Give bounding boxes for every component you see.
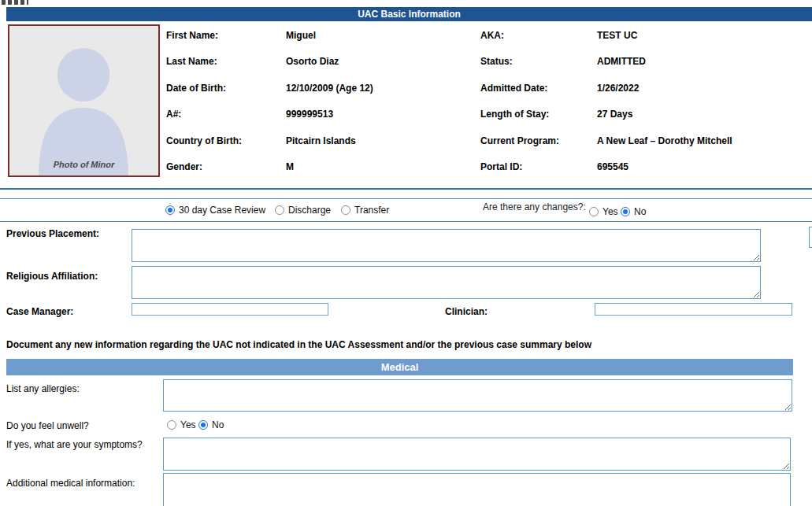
radio-label: No xyxy=(634,206,646,217)
field-first-name: First Name: Miguel xyxy=(166,26,475,52)
radio-label: Transfer xyxy=(354,205,389,216)
basic-info-header: UAC Basic Information xyxy=(6,7,812,21)
field-value: 999999513 xyxy=(286,109,333,131)
basic-info-right-column: AKA: TEST UC Status: ADMITTED Admitted D… xyxy=(480,26,812,183)
field-label: First Name: xyxy=(166,30,286,52)
radio-label: No xyxy=(212,419,224,430)
medical-section-header: Medical xyxy=(6,359,793,375)
radio-button[interactable] xyxy=(589,207,599,216)
basic-info-title: UAC Basic Information xyxy=(358,9,461,20)
radio-label: Yes xyxy=(603,206,618,217)
symptoms-textarea[interactable] xyxy=(163,438,791,471)
clinician-input[interactable] xyxy=(595,303,792,316)
case-manager-label: Case Manager: xyxy=(6,306,73,317)
field-portal-id: Portal ID: 695545 xyxy=(480,157,812,183)
edge-field-sliver xyxy=(809,227,812,248)
field-label: Length of Stay: xyxy=(480,109,597,131)
uac-case-review-page: UAC Basic Information Photo of Minor Fir… xyxy=(0,0,812,506)
field-value: 12/10/2009 (Age 12) xyxy=(286,83,373,105)
radio-unwell-yes[interactable]: Yes xyxy=(167,419,196,430)
case-manager-input[interactable] xyxy=(132,303,328,316)
field-last-name: Last Name: Osorto Diaz xyxy=(166,52,475,78)
field-date-of-birth: Date of Birth: 12/10/2009 (Age 12) xyxy=(166,79,475,105)
radio-changes-no[interactable]: No xyxy=(621,206,646,217)
field-current-program: Current Program: A New Leaf – Dorothy Mi… xyxy=(480,131,812,157)
radio-button[interactable] xyxy=(621,207,630,216)
field-value: Osorto Diaz xyxy=(286,56,339,78)
radio-button[interactable] xyxy=(275,205,284,215)
additional-medical-label: Additional medical information: xyxy=(6,478,135,489)
radio-transfer[interactable]: Transfer xyxy=(341,205,389,216)
previous-placement-label: Previous Placement: xyxy=(6,228,99,239)
photo-caption: Photo of Minor xyxy=(9,160,158,169)
divider xyxy=(0,188,812,190)
radio-button[interactable] xyxy=(198,420,208,430)
field-label: Last Name: xyxy=(166,56,286,78)
radio-button[interactable] xyxy=(165,205,175,215)
allergies-label: List any allergies: xyxy=(6,383,80,394)
previous-placement-textarea[interactable] xyxy=(132,229,761,262)
field-value: Miguel xyxy=(286,30,316,52)
divider xyxy=(0,221,812,222)
divider xyxy=(0,198,812,199)
additional-medical-textarea[interactable] xyxy=(163,473,791,506)
field-label: Portal ID: xyxy=(480,161,597,183)
changes-question-label: Are there any changes?: xyxy=(483,201,586,212)
field-label: Gender: xyxy=(166,161,286,183)
field-admitted-date: Admitted Date: 1/26/2022 xyxy=(480,79,812,105)
religious-affiliation-label: Religious Affiliation: xyxy=(6,271,98,282)
radio-unwell-no[interactable]: No xyxy=(198,419,224,430)
field-value: TEST UC xyxy=(597,30,637,52)
field-label: Status: xyxy=(480,56,597,78)
field-value: M xyxy=(286,161,294,183)
field-value: ADMITTED xyxy=(597,56,646,78)
unwell-label: Do you feel unwell? xyxy=(6,420,89,431)
symptoms-label: If yes, what are your symptoms? xyxy=(6,439,143,450)
religious-affiliation-textarea[interactable] xyxy=(132,266,761,299)
radio-button[interactable] xyxy=(341,205,350,215)
field-label: A#: xyxy=(166,109,286,131)
field-value: 27 Days xyxy=(597,109,632,131)
field-label: Admitted Date: xyxy=(480,83,597,105)
field-label: Current Program: xyxy=(480,135,597,157)
radio-label: Discharge xyxy=(288,205,331,216)
corner-artifact xyxy=(2,0,28,5)
field-gender: Gender: M xyxy=(166,157,475,183)
field-aka: AKA: TEST UC xyxy=(480,26,812,52)
radio-discharge[interactable]: Discharge xyxy=(275,205,331,216)
field-label: Date of Birth: xyxy=(166,83,286,105)
basic-info-left-column: First Name: Miguel Last Name: Osorto Dia… xyxy=(166,26,475,183)
radio-button[interactable] xyxy=(167,420,176,430)
field-value: 695545 xyxy=(597,161,628,183)
field-value: A New Leaf – Dorothy Mitchell xyxy=(597,135,732,157)
field-a-number: A#: 999999513 xyxy=(166,105,475,131)
field-value: Pitcairn Islands xyxy=(286,135,356,157)
medical-title: Medical xyxy=(381,361,419,373)
radio-label: Yes xyxy=(180,419,196,430)
radio-changes-yes[interactable]: Yes xyxy=(589,206,618,217)
field-status: Status: ADMITTED xyxy=(480,52,812,78)
field-label: AKA: xyxy=(480,30,597,52)
radio-30-day-case-review[interactable]: 30 day Case Review xyxy=(165,205,265,216)
field-label: Country of Birth: xyxy=(166,135,286,157)
instruction-text: Document any new information regarding t… xyxy=(6,339,591,350)
field-length-of-stay: Length of Stay: 27 Days xyxy=(480,105,812,131)
radio-label: 30 day Case Review xyxy=(179,205,265,216)
field-value: 1/26/2022 xyxy=(597,83,639,105)
allergies-textarea[interactable] xyxy=(163,379,792,412)
minor-photo-placeholder: Photo of Minor xyxy=(8,24,160,177)
person-silhouette-icon xyxy=(9,26,158,175)
field-country-of-birth: Country of Birth: Pitcairn Islands xyxy=(166,131,475,157)
clinician-label: Clinician: xyxy=(445,306,488,317)
